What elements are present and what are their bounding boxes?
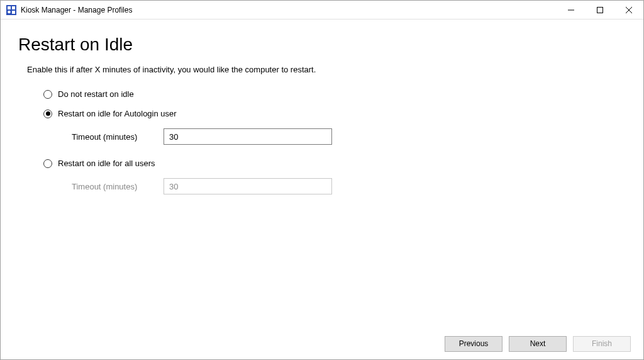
svg-rect-4 bbox=[12, 11, 15, 14]
radio-label: Restart on idle for Autologin user bbox=[58, 109, 177, 118]
radio-no-restart[interactable]: Do not restart on idle bbox=[43, 89, 618, 99]
timeout-autologin-row: Timeout (minutes) bbox=[72, 128, 618, 145]
timeout-label: Timeout (minutes) bbox=[72, 132, 164, 142]
radio-icon bbox=[43, 110, 52, 118]
svg-rect-1 bbox=[8, 6, 11, 9]
app-icon bbox=[6, 5, 16, 15]
timeout-all-users-row: Timeout (minutes) bbox=[72, 178, 618, 194]
radio-icon bbox=[43, 159, 52, 168]
radio-icon bbox=[43, 90, 52, 99]
minimize-button[interactable] bbox=[557, 1, 586, 19]
radio-autologin[interactable]: Restart on idle for Autologin user bbox=[43, 109, 618, 118]
svg-point-3 bbox=[8, 10, 11, 13]
timeout-label: Timeout (minutes) bbox=[72, 182, 164, 191]
window-controls bbox=[557, 1, 643, 19]
titlebar: Kiosk Manager - Manage Profiles bbox=[1, 1, 643, 20]
maximize-button[interactable] bbox=[586, 1, 614, 19]
timeout-all-users-input bbox=[164, 178, 332, 194]
content-area: Restart on Idle Enable this if after X m… bbox=[1, 20, 643, 328]
svg-rect-6 bbox=[597, 7, 603, 13]
page-description: Enable this if after X minutes of inacti… bbox=[27, 65, 618, 74]
timeout-autologin-input[interactable] bbox=[164, 128, 332, 145]
radio-label: Do not restart on idle bbox=[58, 89, 134, 99]
svg-rect-2 bbox=[12, 6, 15, 9]
next-button[interactable]: Next bbox=[509, 336, 567, 352]
finish-button: Finish bbox=[573, 336, 631, 352]
window-title: Kiosk Manager - Manage Profiles bbox=[21, 6, 557, 14]
previous-button[interactable]: Previous bbox=[445, 336, 502, 352]
footer: Previous Next Finish bbox=[1, 328, 643, 359]
window: Kiosk Manager - Manage Profiles Restart … bbox=[0, 0, 644, 360]
page-title: Restart on Idle bbox=[18, 35, 618, 55]
close-button[interactable] bbox=[614, 1, 643, 19]
radio-all-users[interactable]: Restart on idle for all users bbox=[43, 159, 618, 168]
radio-label: Restart on idle for all users bbox=[58, 159, 155, 168]
radio-group: Do not restart on idle Restart on idle f… bbox=[43, 89, 618, 208]
